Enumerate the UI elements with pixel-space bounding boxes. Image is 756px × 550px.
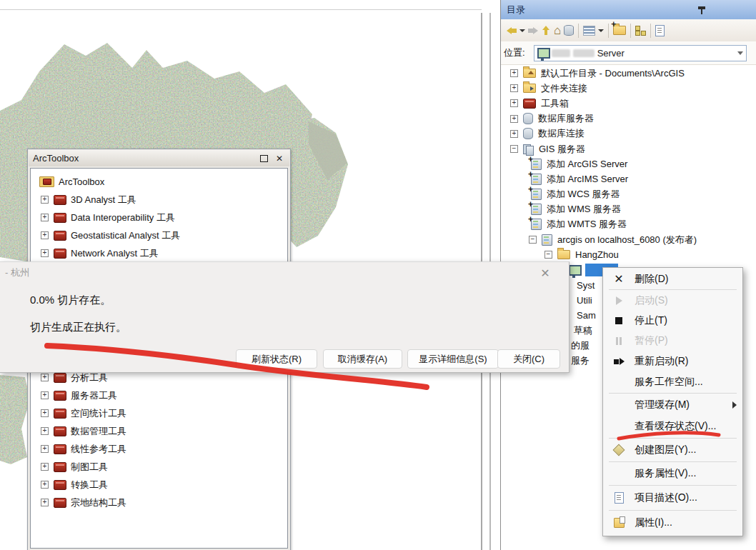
- menu-item-properties[interactable]: 属性(I)...: [603, 511, 742, 534]
- back-dropdown-icon[interactable]: [519, 29, 525, 32]
- toolbox-root-label: ArcToolbox: [59, 176, 104, 187]
- expand-plus-icon[interactable]: [41, 409, 49, 417]
- tree-item-arcgis-localhost[interactable]: arcgis on localhost_6080 (发布者): [501, 232, 756, 247]
- tree-item-folder-connections[interactable]: 文件夹连接: [501, 81, 756, 96]
- default-geodatabase-icon[interactable]: [564, 25, 574, 36]
- add-server-icon: [531, 189, 542, 200]
- expand-plus-icon[interactable]: [41, 463, 49, 471]
- stop-icon: [615, 317, 622, 324]
- maximize-icon[interactable]: [258, 153, 269, 164]
- tree-item-add-arcims-server[interactable]: 添加 ArcIMS Server: [501, 171, 756, 186]
- pin-icon[interactable]: [697, 6, 706, 14]
- cancel-cache-button[interactable]: 取消缓存(A): [323, 349, 402, 369]
- menu-item-stop[interactable]: 停止(T): [603, 311, 742, 331]
- toolbox-row[interactable]: 宗地结构工具: [34, 494, 286, 511]
- toolbox-row[interactable]: 数据管理工具: [34, 422, 286, 440]
- catalog-titlebar[interactable]: 目录: [501, 0, 756, 20]
- expand-plus-icon[interactable]: [41, 391, 49, 399]
- refresh-status-button[interactable]: 刷新状态(R): [236, 349, 317, 369]
- database-connection-icon: [523, 128, 533, 139]
- collapse-minus-icon[interactable]: [510, 145, 518, 153]
- location-combobox[interactable]: Server: [534, 45, 747, 61]
- redacted-text: [573, 49, 595, 57]
- close-icon[interactable]: [274, 153, 285, 164]
- collapse-minus-icon[interactable]: [529, 236, 537, 244]
- toolbox-row[interactable]: 线性参考工具: [34, 440, 286, 458]
- forward-arrow-icon[interactable]: [528, 23, 538, 39]
- toolbox-icon: [54, 213, 66, 223]
- dialog-title: - 杭州: [5, 266, 29, 279]
- close-button[interactable]: 关闭(C): [497, 349, 560, 369]
- expand-plus-icon[interactable]: [41, 196, 49, 204]
- arctoolbox-titlebar[interactable]: ArcToolbox: [29, 150, 289, 166]
- expand-plus-icon[interactable]: [41, 427, 49, 435]
- menu-item-view-cache-status[interactable]: 查看缓存状态(V)...: [603, 416, 742, 437]
- description-doc-icon: [615, 492, 624, 504]
- toolbox-icon: [54, 373, 66, 383]
- toolbox-row[interactable]: Geostatistical Analyst 工具: [34, 226, 286, 244]
- show-details-button[interactable]: 显示详细信息(S): [407, 349, 499, 369]
- tree-item-hangzhou-folder[interactable]: HangZhou: [501, 247, 756, 262]
- tiles-generating-text: 切片生成正在执行。: [30, 321, 126, 334]
- menu-item-pause[interactable]: 暂停(P): [603, 331, 742, 351]
- menu-item-item-description[interactable]: 项目描述(O)...: [603, 486, 742, 509]
- chevron-down-icon[interactable]: [737, 51, 743, 55]
- tree-item-default-workdir[interactable]: 默认工作目录 - Documents\ArcGIS: [501, 66, 756, 81]
- expand-plus-icon[interactable]: [41, 249, 49, 257]
- folder-plus-icon: +: [613, 26, 626, 35]
- toolbox-row[interactable]: Network Analyst 工具: [34, 244, 286, 262]
- item-description-icon[interactable]: [655, 25, 665, 36]
- menu-item-manage-cache[interactable]: 管理缓存(M): [603, 394, 742, 416]
- menu-item-delete[interactable]: 删除(D): [603, 269, 742, 289]
- toolbox-root-row[interactable]: ArcToolbox: [34, 173, 286, 191]
- contents-view-icon[interactable]: [583, 26, 595, 36]
- expand-plus-icon[interactable]: [41, 481, 49, 489]
- expand-plus-icon[interactable]: [510, 69, 518, 77]
- tree-item-database-servers[interactable]: 数据库服务器: [501, 111, 756, 126]
- expand-plus-icon[interactable]: [510, 84, 518, 92]
- toolbox-row[interactable]: 转换工具: [34, 476, 286, 494]
- collapse-minus-icon[interactable]: [544, 251, 552, 259]
- view-dropdown-icon[interactable]: [598, 29, 604, 32]
- expand-plus-icon[interactable]: [510, 115, 518, 123]
- back-arrow-icon[interactable]: [507, 23, 517, 39]
- hierarchy-view-icon[interactable]: [635, 26, 646, 36]
- toolbox-row[interactable]: 空间统计工具: [34, 404, 286, 422]
- expand-plus-icon[interactable]: [510, 130, 518, 138]
- add-server-icon: [531, 219, 542, 230]
- expand-plus-icon[interactable]: [41, 445, 49, 453]
- add-server-icon: [531, 174, 542, 185]
- close-icon[interactable]: ✕: [537, 265, 553, 281]
- tree-item-gis-servers[interactable]: GIS 服务器: [501, 141, 756, 156]
- menu-item-start[interactable]: 启动(S): [603, 291, 742, 311]
- database-server-icon: [523, 113, 533, 124]
- tree-item-add-wms-server[interactable]: 添加 WMS 服务器: [501, 202, 756, 217]
- catalog-toolbar: ⌂ +: [501, 19, 756, 42]
- menu-item-create-layer[interactable]: 创建图层(Y)...: [603, 439, 742, 461]
- toolbox-row[interactable]: 3D Analyst 工具: [34, 191, 286, 209]
- tree-item-add-wmts-server[interactable]: 添加 WMTS 服务器: [501, 217, 756, 232]
- menu-item-service-properties[interactable]: 服务属性(V)...: [603, 463, 742, 484]
- expand-plus-icon[interactable]: [41, 374, 49, 381]
- tree-item-add-wcs-server[interactable]: 添加 WCS 服务器: [501, 187, 756, 202]
- tree-item-database-connections[interactable]: 数据库连接: [501, 126, 756, 141]
- tree-item-add-arcgis-server[interactable]: 添加 ArcGIS Server: [501, 156, 756, 171]
- toolbox-icon: [54, 195, 66, 205]
- up-one-level-icon[interactable]: [541, 26, 551, 36]
- connect-to-folder-button[interactable]: +: [613, 23, 626, 39]
- gis-servers-icon: [523, 144, 534, 154]
- service-context-menu: 删除(D) 启动(S) 停止(T) 暂停(P) 重新启动(R) 服务工作空间..…: [602, 267, 743, 536]
- layer-diamond-icon: [613, 444, 625, 456]
- menu-item-service-workspace[interactable]: 服务工作空间...: [603, 372, 742, 392]
- home-icon[interactable]: ⌂: [554, 23, 561, 39]
- toolbox-row[interactable]: 制图工具: [34, 458, 286, 476]
- expand-plus-icon[interactable]: [510, 99, 518, 107]
- expand-plus-icon[interactable]: [41, 231, 49, 239]
- cache-status-dialog: - 杭州 ✕ 0.0% 切片存在。 切片生成正在执行。 刷新状态(R) 取消缓存…: [0, 261, 570, 373]
- expand-plus-icon[interactable]: [41, 214, 49, 221]
- toolbox-row[interactable]: Data Interoperability 工具: [34, 209, 286, 226]
- expand-plus-icon[interactable]: [41, 499, 49, 506]
- tree-item-toolboxes[interactable]: 工具箱: [501, 96, 756, 111]
- menu-item-restart[interactable]: 重新启动(R): [603, 351, 742, 372]
- toolbox-row[interactable]: 服务器工具: [34, 386, 286, 404]
